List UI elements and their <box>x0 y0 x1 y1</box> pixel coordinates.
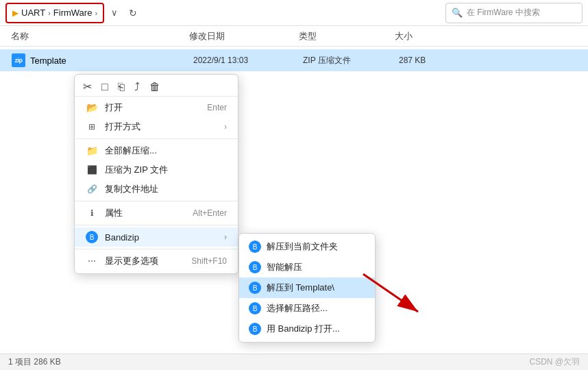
cm-shortcut-properties: Alt+Enter <box>193 208 227 218</box>
refresh-button[interactable]: ↻ <box>125 6 141 20</box>
path-chevron-2: › <box>95 9 97 17</box>
copy-icon[interactable]: □ <box>101 81 108 93</box>
choose-path-icon: B <box>249 302 261 314</box>
file-name: Template <box>30 56 193 66</box>
cm-item-bandizip[interactable]: B Bandizip › <box>75 227 238 247</box>
more-options-icon: ⋯ <box>86 256 98 266</box>
cm-shortcut-open: Enter <box>207 103 227 112</box>
bandizip-icon: B <box>86 231 98 243</box>
cm-divider-2 <box>75 201 238 201</box>
status-item-count: 1 项目 286 KB <box>8 356 61 368</box>
zip-badge: zip <box>12 53 25 67</box>
cm-item-open-with[interactable]: ⊞ 打开方式 › <box>75 117 238 136</box>
col-header-size[interactable]: 大小 <box>395 30 450 42</box>
context-menu: ✂ □ ⎗ ⤴ 🗑 📂 打开 Enter ⊞ 打开方式 › 📁 全部解压缩...… <box>74 74 238 274</box>
copy-path-icon: 🔗 <box>86 184 98 194</box>
search-box[interactable]: 🔍 在 FirmWare 中搜索 <box>445 3 583 23</box>
cm-item-properties[interactable]: ℹ 属性 Alt+Enter <box>75 204 238 223</box>
col-header-name[interactable]: 名称 <box>11 30 189 42</box>
cm-divider-1 <box>75 138 238 139</box>
sub-item-open-bandizip[interactable]: B 用 Bandizip 打开... <box>239 319 375 339</box>
share-icon[interactable]: ⤴ <box>134 81 140 93</box>
sub-item-choose-path[interactable]: B 选择解压路径... <box>239 298 375 319</box>
sub-item-extract-to[interactable]: B 解压到 Template\ <box>239 278 375 298</box>
open-icon: 📂 <box>86 102 98 113</box>
sub-item-smart-extract[interactable]: B 智能解压 <box>239 257 375 278</box>
cm-item-open[interactable]: 📂 打开 Enter <box>75 98 238 117</box>
path-icon: ▶ <box>12 8 19 18</box>
file-size: 287 KB <box>399 56 454 65</box>
file-zip-icon: zip <box>11 53 26 68</box>
path-segment-firmware[interactable]: FirmWare <box>53 8 93 18</box>
paste-icon[interactable]: ⎗ <box>118 81 125 93</box>
file-date: 2022/9/1 13:03 <box>193 56 303 65</box>
search-placeholder: 在 FirmWare 中搜索 <box>467 7 540 18</box>
cm-toolbar: ✂ □ ⎗ ⤴ 🗑 <box>75 77 238 97</box>
cm-shortcut-more-options: Shift+F10 <box>191 256 227 266</box>
open-with-icon: ⊞ <box>86 122 98 132</box>
extract-here-icon: B <box>249 241 261 253</box>
sub-label-open-bandizip: 用 Bandizip 打开... <box>267 323 340 335</box>
properties-icon: ℹ <box>86 208 98 218</box>
extract-to-icon: B <box>249 282 261 294</box>
address-path[interactable]: ▶ UART › FirmWare › <box>5 3 104 23</box>
sub-label-choose-path: 选择解压路径... <box>267 302 328 314</box>
address-dropdown-btn[interactable]: ∨ <box>108 6 121 19</box>
cm-arrow-open-with: › <box>224 122 227 132</box>
cm-label-copy-path: 复制文件地址 <box>105 183 227 195</box>
delete-icon[interactable]: 🗑 <box>149 81 160 93</box>
cm-label-open-with: 打开方式 <box>105 121 217 133</box>
col-header-type[interactable]: 类型 <box>299 30 395 42</box>
smart-extract-icon: B <box>249 261 261 273</box>
cm-item-extract-all[interactable]: 📁 全部解压缩... <box>75 141 238 160</box>
cm-label-compress-zip: 压缩为 ZIP 文件 <box>105 164 227 176</box>
sub-label-extract-here: 解压到当前文件夹 <box>267 241 338 253</box>
cm-divider-3 <box>75 225 238 225</box>
address-bar: ▶ UART › FirmWare › ∨ ↻ 🔍 在 FirmWare 中搜索 <box>0 0 588 26</box>
search-icon: 🔍 <box>452 8 463 18</box>
csdn-watermark: CSDN @欠羽 <box>529 356 580 368</box>
cm-arrow-bandizip: › <box>224 232 227 242</box>
cm-item-more-options[interactable]: ⋯ 显示更多选项 Shift+F10 <box>75 251 238 271</box>
file-row-template[interactable]: zip Template 2022/9/1 13:03 ZIP 压缩文件 287… <box>0 49 588 71</box>
cm-item-copy-path[interactable]: 🔗 复制文件地址 <box>75 180 238 199</box>
sub-context-menu: B 解压到当前文件夹 B 智能解压 B 解压到 Template\ B 选择解压… <box>238 233 376 343</box>
sub-label-extract-to: 解压到 Template\ <box>267 282 334 294</box>
cm-label-more-options: 显示更多选项 <box>105 255 184 267</box>
cm-label-bandizip: Bandizip <box>105 232 217 243</box>
cm-label-extract-all: 全部解压缩... <box>105 145 227 157</box>
compress-icon: ⬛ <box>86 165 98 175</box>
cm-label-properties: 属性 <box>105 207 186 219</box>
sub-item-extract-here[interactable]: B 解压到当前文件夹 <box>239 236 375 257</box>
cm-item-compress-zip[interactable]: ⬛ 压缩为 ZIP 文件 <box>75 160 238 180</box>
cm-divider-4 <box>75 249 238 249</box>
file-type: ZIP 压缩文件 <box>303 55 399 66</box>
col-header-date[interactable]: 修改日期 <box>189 30 299 42</box>
cm-label-open: 打开 <box>105 101 200 114</box>
path-segment-uart[interactable]: UART <box>21 8 45 18</box>
cut-icon[interactable]: ✂ <box>83 80 92 93</box>
column-headers: 名称 修改日期 类型 大小 <box>0 26 588 47</box>
open-bandizip-icon: B <box>249 323 261 335</box>
sub-label-smart-extract: 智能解压 <box>267 261 302 273</box>
status-bar: 1 项目 286 KB CSDN @欠羽 <box>0 354 588 370</box>
path-chevron-1: › <box>48 9 51 17</box>
extract-all-icon: 📁 <box>86 145 98 156</box>
